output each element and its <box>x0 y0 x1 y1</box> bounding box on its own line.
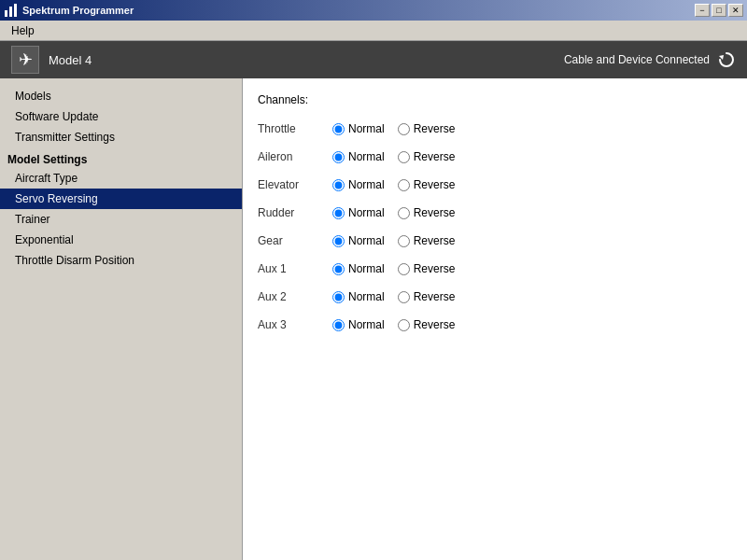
sidebar-item-trainer[interactable]: Trainer <box>0 209 242 230</box>
reverse-option-0: Reverse <box>398 122 456 135</box>
reverse-label-1: Reverse <box>414 150 456 163</box>
channel-row-rudder: RudderNormalReverse <box>258 202 732 224</box>
normal-radio-1[interactable] <box>332 151 345 163</box>
normal-radio-5[interactable] <box>332 263 345 275</box>
channel-label-5: Aux 1 <box>258 262 332 275</box>
normal-radio-4[interactable] <box>332 235 345 247</box>
sidebar-item-exponential[interactable]: Exponential <box>0 230 242 250</box>
reverse-radio-2[interactable] <box>398 179 410 191</box>
normal-label-2: Normal <box>348 178 385 191</box>
channel-row-throttle: ThrottleNormalReverse <box>258 118 732 140</box>
minimize-button[interactable]: − <box>695 4 710 17</box>
reverse-radio-5[interactable] <box>398 263 410 275</box>
normal-radio-0[interactable] <box>332 123 345 135</box>
main-panel: Channels: ThrottleNormalReverseAileronNo… <box>243 78 747 560</box>
channel-label-6: Aux 2 <box>258 290 332 303</box>
normal-label-4: Normal <box>348 234 385 247</box>
title-buttons: − □ ✕ <box>695 4 743 17</box>
reverse-radio-6[interactable] <box>398 291 410 303</box>
radio-group-5: NormalReverse <box>332 262 464 275</box>
normal-radio-6[interactable] <box>332 291 345 303</box>
reverse-label-3: Reverse <box>414 206 456 219</box>
normal-radio-2[interactable] <box>332 179 345 191</box>
radio-group-7: NormalReverse <box>332 318 464 331</box>
normal-option-1: Normal <box>332 150 385 163</box>
header-right: Cable and Device Connected <box>564 50 736 69</box>
normal-option-4: Normal <box>332 234 385 247</box>
normal-option-5: Normal <box>332 262 385 275</box>
channel-label-7: Aux 3 <box>258 318 332 331</box>
content-area: Models Software Update Transmitter Setti… <box>0 78 747 560</box>
channel-label-1: Aileron <box>258 150 332 163</box>
plane-icon-container: ✈ <box>11 46 39 74</box>
reverse-radio-3[interactable] <box>398 207 410 219</box>
normal-label-1: Normal <box>348 150 385 163</box>
normal-option-7: Normal <box>332 318 385 331</box>
reverse-option-4: Reverse <box>398 234 456 247</box>
reverse-radio-7[interactable] <box>398 319 410 331</box>
reverse-label-5: Reverse <box>414 262 456 275</box>
reverse-option-7: Reverse <box>398 318 456 331</box>
channel-label-3: Rudder <box>258 206 332 219</box>
reverse-radio-4[interactable] <box>398 235 410 247</box>
normal-radio-3[interactable] <box>332 207 345 219</box>
normal-label-0: Normal <box>348 122 385 135</box>
sidebar-item-servo-reversing[interactable]: Servo Reversing <box>0 189 242 209</box>
model-name: Model 4 <box>49 53 92 67</box>
channel-row-gear: GearNormalReverse <box>258 230 732 252</box>
channel-row-aileron: AileronNormalReverse <box>258 146 732 168</box>
radio-group-1: NormalReverse <box>332 150 464 163</box>
channel-row-aux-1: Aux 1NormalReverse <box>258 258 732 280</box>
normal-label-7: Normal <box>348 318 385 331</box>
sidebar-item-models[interactable]: Models <box>0 86 242 106</box>
sidebar: Models Software Update Transmitter Setti… <box>0 78 243 560</box>
normal-option-3: Normal <box>332 206 385 219</box>
normal-option-2: Normal <box>332 178 385 191</box>
radio-group-6: NormalReverse <box>332 290 464 303</box>
radio-group-0: NormalReverse <box>332 122 464 135</box>
title-bar: Spektrum Programmer − □ ✕ <box>0 0 747 21</box>
channel-row-aux-2: Aux 2NormalReverse <box>258 286 732 308</box>
normal-label-5: Normal <box>348 262 385 275</box>
channel-label-2: Elevator <box>258 178 332 191</box>
reverse-option-3: Reverse <box>398 206 456 219</box>
reverse-option-5: Reverse <box>398 262 456 275</box>
channels-container: ThrottleNormalReverseAileronNormalRevers… <box>258 118 732 336</box>
sidebar-item-transmitter-settings[interactable]: Transmitter Settings <box>0 127 242 147</box>
reverse-label-0: Reverse <box>414 122 456 135</box>
normal-label-6: Normal <box>348 290 385 303</box>
normal-option-0: Normal <box>332 122 385 135</box>
refresh-icon[interactable] <box>717 50 736 69</box>
reverse-option-1: Reverse <box>398 150 456 163</box>
sidebar-item-software-update[interactable]: Software Update <box>0 106 242 127</box>
reverse-radio-1[interactable] <box>398 151 410 163</box>
title-text: Spektrum Programmer <box>22 5 134 16</box>
reverse-label-7: Reverse <box>414 318 456 331</box>
channel-row-elevator: ElevatorNormalReverse <box>258 174 732 196</box>
channel-label-4: Gear <box>258 234 332 247</box>
sidebar-item-aircraft-type[interactable]: Aircraft Type <box>0 168 242 189</box>
svg-rect-2 <box>14 4 17 17</box>
menu-item-help[interactable]: Help <box>4 22 42 39</box>
channel-label-0: Throttle <box>258 122 332 135</box>
header-bar: ✈ Model 4 Cable and Device Connected <box>0 41 747 78</box>
maximize-button[interactable]: □ <box>712 4 726 17</box>
normal-label-3: Normal <box>348 206 385 219</box>
menu-bar: Help <box>0 21 747 41</box>
reverse-label-6: Reverse <box>414 290 456 303</box>
reverse-option-2: Reverse <box>398 178 456 191</box>
reverse-radio-0[interactable] <box>398 123 410 135</box>
reverse-label-4: Reverse <box>414 234 456 247</box>
connection-status: Cable and Device Connected <box>564 53 710 66</box>
plane-icon: ✈ <box>19 49 33 70</box>
radio-group-4: NormalReverse <box>332 234 464 247</box>
reverse-label-2: Reverse <box>414 178 456 191</box>
model-settings-header: Model Settings <box>0 147 242 168</box>
svg-rect-0 <box>5 10 7 17</box>
normal-radio-7[interactable] <box>332 319 345 331</box>
sidebar-item-throttle-disarm[interactable]: Throttle Disarm Position <box>0 250 242 271</box>
close-button[interactable]: ✕ <box>728 4 743 17</box>
bar-chart-icon <box>4 3 19 18</box>
header-left: ✈ Model 4 <box>11 46 92 74</box>
radio-group-2: NormalReverse <box>332 178 464 191</box>
